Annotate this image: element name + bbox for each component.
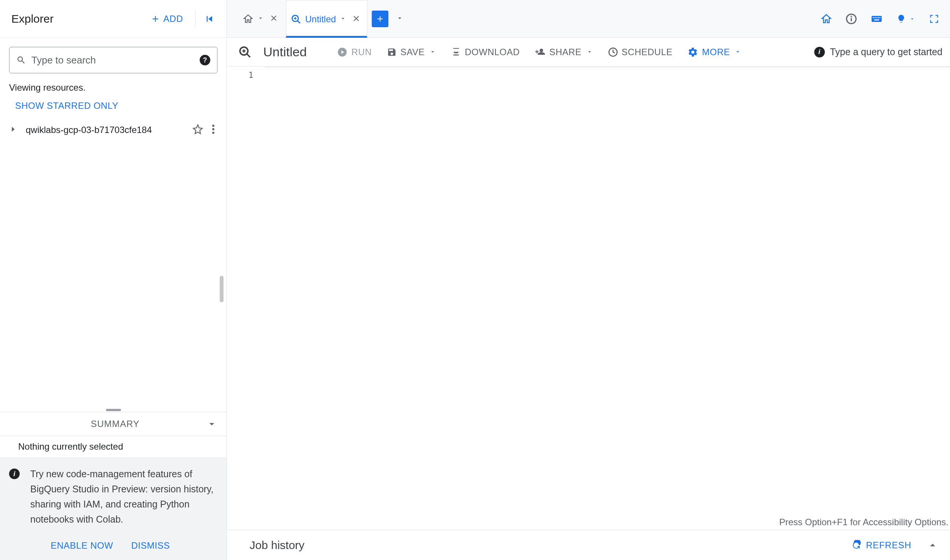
refresh-button[interactable]: REFRESH (851, 540, 911, 551)
svg-rect-11 (873, 17, 874, 18)
svg-rect-14 (878, 17, 879, 18)
kebab-icon (211, 124, 215, 135)
viewing-resources-text: Viewing resources. (0, 82, 227, 96)
sidebar-scrollbar[interactable] (220, 276, 224, 302)
chevron-down-icon (909, 16, 915, 22)
fullscreen-button[interactable] (929, 14, 939, 24)
svg-rect-16 (874, 19, 879, 20)
svg-point-1 (212, 128, 214, 130)
schedule-button[interactable]: SCHEDULE (608, 47, 673, 57)
svg-point-0 (212, 125, 214, 127)
share-label: SHARE (549, 47, 581, 57)
more-label: MORE (702, 47, 730, 57)
home-icon-button[interactable] (821, 13, 832, 25)
home-outline-icon (243, 14, 253, 24)
keyboard-icon (871, 13, 883, 25)
expand-job-history-button[interactable] (927, 539, 939, 551)
new-tab-dropdown[interactable] (393, 11, 407, 26)
save-button[interactable]: SAVE (387, 47, 436, 57)
refresh-label: REFRESH (866, 540, 911, 551)
toolbar-right: i Type a query to get started (814, 46, 942, 57)
save-label: SAVE (400, 47, 425, 57)
sidebar-title: Explorer (11, 12, 54, 25)
tab-untitled-close[interactable] (350, 12, 362, 26)
info-button[interactable] (846, 13, 857, 25)
download-label: DOWNLOAD (465, 47, 520, 57)
tab-home-close[interactable] (268, 12, 280, 25)
query-toolbar: Untitled RUN SAVE DOWNLOAD SHARE SCHEDUL… (227, 38, 950, 67)
divider (195, 10, 196, 28)
save-dropdown[interactable] (429, 47, 436, 57)
tab-untitled-dropdown[interactable] (340, 15, 346, 23)
refresh-icon (851, 540, 862, 551)
share-dropdown[interactable] (586, 47, 593, 57)
summary-panel-header[interactable]: SUMMARY (0, 412, 227, 436)
editor-gutter: 1 (227, 67, 265, 530)
schedule-label: SCHEDULE (622, 47, 673, 57)
code-editor[interactable]: 1 Press Option+F1 for Accessibility Opti… (227, 67, 950, 530)
query-status-icon: i (814, 47, 825, 57)
sidebar-header: Explorer ADD (0, 0, 227, 38)
enable-now-button[interactable]: ENABLE NOW (51, 540, 113, 551)
run-label: RUN (351, 47, 372, 57)
main-area: Untitled (227, 0, 950, 560)
hints-button[interactable] (896, 14, 915, 24)
line-number: 1 (227, 70, 253, 80)
svg-point-9 (851, 16, 851, 17)
editor-body[interactable] (265, 67, 950, 530)
more-dropdown[interactable] (734, 47, 741, 57)
keyboard-button[interactable] (871, 13, 883, 25)
svg-rect-15 (880, 17, 880, 18)
sidebar-bottom: SUMMARY Nothing currently selected i Try… (0, 408, 227, 560)
project-more-button[interactable] (209, 122, 217, 138)
more-button[interactable]: MORE (688, 47, 741, 57)
job-history-bar: Job history REFRESH (227, 530, 950, 560)
search-wrap: ? (0, 38, 227, 82)
add-button-label: ADD (163, 14, 183, 24)
editor-shadow (265, 67, 950, 70)
expand-project-button[interactable] (9, 125, 17, 135)
bottom-panel-drag-handle[interactable] (0, 408, 227, 412)
info-banner-text: Try new code-management features of BigQ… (30, 466, 217, 527)
svg-point-2 (212, 131, 214, 134)
collapse-sidebar-button[interactable] (200, 9, 219, 28)
svg-rect-12 (875, 17, 876, 18)
plus-icon (151, 14, 160, 24)
sidebar-header-actions: ADD (143, 9, 219, 29)
gear-icon (688, 47, 698, 57)
run-button[interactable]: RUN (337, 47, 372, 57)
svg-line-18 (247, 54, 250, 57)
tab-home[interactable] (238, 7, 284, 31)
chevron-right-icon (9, 125, 17, 133)
lightbulb-icon (896, 14, 906, 24)
dismiss-button[interactable]: DISMISS (131, 540, 170, 551)
accessibility-hint: Press Option+F1 for Accessibility Option… (778, 515, 950, 530)
search-input[interactable] (31, 54, 194, 66)
search-help-icon[interactable]: ? (200, 55, 210, 65)
query-title: Untitled (263, 45, 307, 59)
show-starred-link[interactable]: SHOW STARRED ONLY (0, 96, 227, 118)
person-add-icon (535, 47, 545, 57)
star-project-button[interactable] (192, 124, 203, 136)
collapse-left-icon (204, 13, 215, 25)
download-icon (451, 47, 461, 57)
nothing-selected-text: Nothing currently selected (0, 436, 227, 457)
query-title-icon (238, 45, 252, 59)
tab-home-dropdown[interactable] (257, 15, 264, 23)
job-history-actions: REFRESH (851, 539, 939, 551)
project-tree-row[interactable]: qwiklabs-gcp-03-b71703cfe184 (0, 118, 227, 142)
summary-label: SUMMARY (9, 419, 206, 429)
tab-bar: Untitled (227, 0, 950, 38)
explorer-sidebar: Explorer ADD ? Viewing resources. SHOW S… (0, 0, 227, 560)
download-button[interactable]: DOWNLOAD (451, 47, 520, 57)
star-outline-icon (192, 124, 203, 135)
chevron-down-icon (396, 14, 404, 22)
tab-untitled[interactable]: Untitled (286, 0, 367, 38)
new-tab-button[interactable] (372, 11, 388, 27)
share-button[interactable]: SHARE (535, 47, 593, 57)
chevron-down-icon (206, 418, 217, 430)
add-button[interactable]: ADD (143, 9, 191, 29)
search-box[interactable]: ? (9, 47, 217, 73)
project-name: qwiklabs-gcp-03-b71703cfe184 (23, 125, 186, 135)
chevron-up-icon (927, 539, 939, 551)
